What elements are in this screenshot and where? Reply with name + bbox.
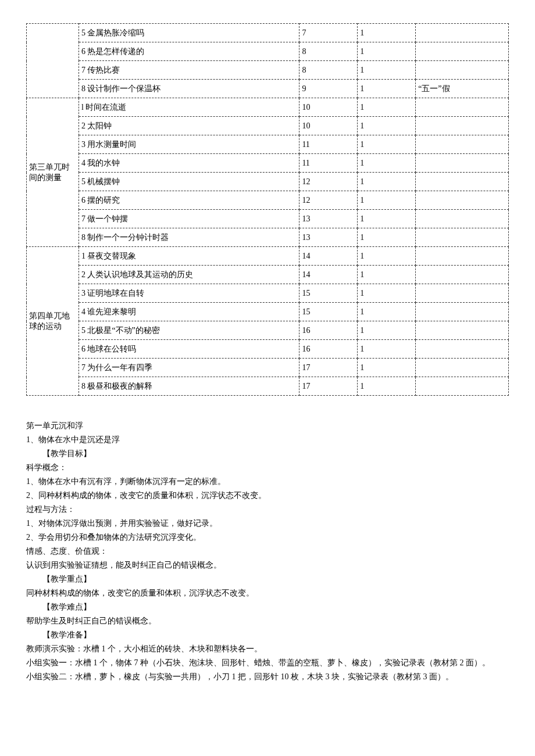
topic-cell: 7 做一个钟摆 [79,210,299,228]
concept-item: 1、物体在水中有沉有浮，判断物体沉浮有一定的标准。 [26,475,512,489]
topic-cell: 5 金属热胀冷缩吗 [79,24,299,42]
prep-item: 小组实验二：水槽，萝卜，橡皮（与实验一共用），小刀 1 把，回形针 10 枚，木… [26,670,512,684]
topic-cell: 4 我的水钟 [79,154,299,173]
note-cell [416,303,509,321]
goal-heading: 【教学目标】 [26,447,512,461]
unit-cell: 第三单兀时间的测量 [27,98,79,247]
topic-cell: 8 极昼和极夜的解释 [79,377,299,396]
week-cell: 7 [299,24,358,42]
note-cell [416,228,509,247]
table-row: 7 传热比赛81 [27,61,509,80]
concept-label: 科学概念： [26,461,512,475]
week-cell: 8 [299,42,358,61]
note-cell [416,210,509,228]
emotion-label: 情感、态度、价值观： [26,544,512,558]
week-cell: 15 [299,303,358,321]
topic-cell: 6 摆的研究 [79,191,299,210]
hours-cell: 1 [358,303,416,321]
hours-cell: 1 [358,284,416,303]
week-cell: 13 [299,210,358,228]
table-row: 第四单兀地球的运动1 昼夜交替现象141 [27,247,509,266]
week-cell: 10 [299,117,358,135]
week-cell: 11 [299,135,358,154]
table-row: 6 热是怎样传递的81 [27,42,509,61]
hours-cell: 1 [358,117,416,135]
hours-cell: 1 [358,340,416,359]
note-cell: “五一”假 [416,80,509,98]
note-cell [416,284,509,303]
note-cell [416,377,509,396]
table-row: 4 我的水钟111 [27,154,509,173]
note-cell [416,266,509,284]
process-item: 1、对物体沉浮做出预测，并用实验验证，做好记录。 [26,517,512,531]
topic-cell: 7 传热比赛 [79,61,299,80]
note-cell [416,173,509,191]
unit-cell [27,24,79,98]
emotion-item: 认识到用实验验证猜想，能及时纠正自己的错误概念。 [26,558,512,572]
table-row: 5 金属热胀冷缩吗71 [27,24,509,42]
week-cell: 17 [299,359,358,377]
difficulty-item: 帮助学生及时纠正自己的错误概念。 [26,614,512,628]
topic-cell: 6 热是怎样传递的 [79,42,299,61]
note-cell [416,42,509,61]
prep-item: 小组实验一：水槽 1 个，物体 7 种（小石块、泡沫块、回形针、蜡烛、带盖的空瓶… [26,656,512,670]
keypoint-heading: 【教学重点】 [26,572,512,586]
lesson-content: 第一单元沉和浮 1、物体在水中是沉还是浮 【教学目标】 科学概念： 1、物体在水… [26,419,512,684]
note-cell [416,321,509,340]
table-row: 8 设计制作一个保温杯91“五一”假 [27,80,509,98]
week-cell: 13 [299,228,358,247]
topic-cell: 4 谁先迎来黎明 [79,303,299,321]
hours-cell: 1 [358,154,416,173]
note-cell [416,135,509,154]
week-cell: 11 [299,154,358,173]
note-cell [416,117,509,135]
topic-cell: 3 证明地球在自转 [79,284,299,303]
week-cell: 16 [299,340,358,359]
table-row: 5 北极星“不动”的秘密161 [27,321,509,340]
topic-cell: 2 太阳钟 [79,117,299,135]
table-row: 2 人类认识地球及其运动的历史141 [27,266,509,284]
table-row: 2 太阳钟101 [27,117,509,135]
table-row: 5 机械摆钟121 [27,173,509,191]
note-cell [416,98,509,117]
concept-item: 2、同种材料构成的物体，改变它的质量和体积，沉浮状态不改变。 [26,489,512,503]
hours-cell: 1 [358,266,416,284]
week-cell: 14 [299,266,358,284]
week-cell: 17 [299,377,358,396]
table-row: 6 地球在公转吗161 [27,340,509,359]
table-row: 7 做一个钟摆131 [27,210,509,228]
table-row: 6 摆的研究121 [27,191,509,210]
prep-heading: 【教学准备】 [26,628,512,642]
topic-cell: 8 制作一个一分钟计时器 [79,228,299,247]
hours-cell: 1 [358,98,416,117]
note-cell [416,24,509,42]
note-cell [416,340,509,359]
hours-cell: 1 [358,228,416,247]
week-cell: 12 [299,191,358,210]
note-cell [416,154,509,173]
hours-cell: 1 [358,24,416,42]
hours-cell: 1 [358,80,416,98]
hours-cell: 1 [358,377,416,396]
prep-item: 教师演示实验：水槽 1 个，大小相近的砖块、木块和塑料块各一。 [26,642,512,656]
note-cell [416,61,509,80]
lesson-title: 1、物体在水中是沉还是浮 [26,433,512,447]
hours-cell: 1 [358,61,416,80]
unit-cell: 第四单兀地球的运动 [27,247,79,396]
process-item: 2、学会用切分和叠加物体的方法研究沉浮变化。 [26,531,512,544]
hours-cell: 1 [358,173,416,191]
week-cell: 15 [299,284,358,303]
week-cell: 8 [299,61,358,80]
difficulty-heading: 【教学难点】 [26,600,512,614]
hours-cell: 1 [358,321,416,340]
table-row: 8 极昼和极夜的解释171 [27,377,509,396]
topic-cell: 7 为什么一年有四季 [79,359,299,377]
topic-cell: 6 地球在公转吗 [79,340,299,359]
week-cell: 16 [299,321,358,340]
topic-cell: 5 北极星“不动”的秘密 [79,321,299,340]
process-label: 过程与方法： [26,503,512,517]
topic-cell: l 时间在流逝 [79,98,299,117]
topic-cell: 1 昼夜交替现象 [79,247,299,266]
table-row: 7 为什么一年有四季171 [27,359,509,377]
table-row: 4 谁先迎来黎明151 [27,303,509,321]
